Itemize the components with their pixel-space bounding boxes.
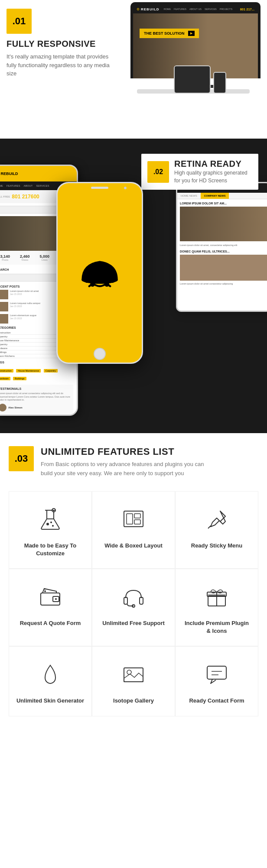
ipad-testimonial-avatar [0, 404, 7, 411]
layout-svg [120, 507, 147, 533]
stat-num-1: 3,140 [0, 254, 14, 259]
svg-rect-29 [207, 666, 226, 679]
phone-big-screen [58, 183, 142, 363]
tr-post-title: LOREM IPSUM DOLOR SIT AM... [180, 202, 267, 205]
phone-speaker [91, 187, 108, 189]
feature-label-plugin: Include Premium Plugin & Icons [182, 619, 251, 635]
svg-rect-16 [41, 593, 60, 605]
gift-icon [202, 582, 232, 612]
section2-retina: .02 RETINA READY High quality graphics g… [0, 139, 267, 433]
feature-item-customize: Made to be Easy To Customize [9, 491, 92, 569]
ipad-testimonial-author-row: Alex Simon [0, 404, 71, 411]
section3-header: .03 UNLIMITED FEATURES LIST From Basic o… [9, 446, 258, 478]
tablet-screen [175, 66, 210, 93]
section1-fully-responsive: .01 FULLY RESPONSIVE It's really amazing… [0, 0, 267, 139]
svg-point-8 [52, 525, 54, 527]
ipad-testimonials-title: TESTIMONIALS [0, 387, 71, 390]
nav-projects: PROJECTS [220, 8, 232, 10]
feature-item-plugin: Include Premium Plugin & Icons [175, 569, 258, 646]
retina-title: RETINA READY [174, 159, 252, 169]
ipad-tag-2: House Maintenance [16, 369, 41, 372]
rebuild-logo: ⚙ REBUILD [137, 7, 160, 11]
svg-rect-1 [85, 279, 114, 283]
svg-point-18 [55, 598, 57, 600]
helmet-icon [76, 249, 124, 297]
retina-info: .02 RETINA READY High quality graphics g… [141, 154, 258, 190]
features-grid: Made to be Easy To Customize Wide & Boxe… [9, 491, 258, 716]
wallet-icon [35, 582, 65, 612]
phone-home-button[interactable] [94, 348, 106, 360]
section1-description: It's really amazing template that provid… [7, 52, 115, 78]
feature-item-menu: Ready Sticky Menu [175, 491, 258, 569]
section1-text-block: .01 FULLY RESPONSIVE It's really amazing… [7, 9, 115, 78]
feature-item-support: Unlimited Free Support [92, 569, 175, 646]
stat-num-3: 5,000 [36, 254, 54, 259]
ipad-tag-1: Construction [0, 369, 13, 372]
tr-section2-title: DONEC QUAM FELIS, ULTRICES... [180, 250, 267, 253]
feature-label-skin: Unlimited Skin Generator [16, 697, 84, 705]
feature-item-contact: Ready Contact Form [175, 646, 258, 716]
section3-title: UNLIMITED FEATURES LIST [41, 446, 214, 457]
ipad-testimonial: TESTIMONIALS Lorem ipsum dolor sit amet … [0, 385, 73, 414]
stat-label-3: Likes [36, 259, 54, 261]
feature-label-menu: Ready Sticky Menu [191, 542, 243, 550]
svg-rect-14 [134, 520, 140, 524]
section3-header-text: UNLIMITED FEATURES LIST From Basic optio… [41, 446, 214, 478]
nav-services: SERVICES [205, 8, 217, 10]
phone-big-device [56, 182, 143, 364]
tr-tab-home-news[interactable]: HOME NEWS [177, 193, 201, 199]
ipad-tag-5: Buildings [13, 377, 26, 380]
monitor-area: ⚙ REBUILD HOME FEATURES ABOUT US SERVICE… [113, 2, 267, 94]
ipad-logo: ⚙ REBUILD [0, 172, 18, 176]
ipad-post-date-1: Jan 15 2015 [10, 293, 39, 295]
tr-post-body2: Lorem ipsum dolor sit amet consectetur a… [180, 282, 267, 286]
tr-post-img [180, 207, 267, 241]
feature-label-contact: Ready Contact Form [189, 697, 244, 705]
ipad-testimonial-author-name: Alex Simon [8, 406, 23, 409]
rebuild-name: REBUILD [141, 7, 160, 11]
gift-svg [204, 584, 230, 610]
retina-badge-row: .02 RETINA READY High quality graphics g… [147, 159, 252, 185]
layout-icon [118, 505, 149, 535]
section3-features: .03 UNLIMITED FEATURES LIST From Basic o… [0, 433, 267, 721]
tr-img2 [180, 255, 267, 281]
retina-text: RETINA READY High quality graphics gener… [174, 159, 252, 185]
drop-icon [35, 660, 65, 690]
badge-03: .03 [9, 446, 34, 471]
stat-label-1: Posts [0, 259, 14, 261]
mobile-screen [214, 73, 225, 93]
chat-svg [204, 662, 230, 688]
ipad-post-date-2: Jan 15 2015 [10, 305, 40, 308]
svg-rect-12 [127, 514, 133, 524]
ipad-testimonial-text: Lorem ipsum dolor sit amet consectetur a… [0, 392, 71, 402]
nav-home: HOME [164, 8, 171, 10]
tr-img-overlay [180, 207, 267, 241]
feature-label-customize: Made to be Easy To Customize [16, 542, 85, 557]
pin-icon [202, 505, 232, 535]
svg-point-19 [44, 590, 46, 592]
ipad-tag-3: Carpentry [44, 369, 58, 372]
tablet-device [174, 65, 211, 94]
image-icon [118, 660, 149, 690]
hero-banner-btn[interactable]: ▶ [188, 31, 195, 36]
ipad-nav-services: SERVICES [36, 185, 49, 187]
ipad-header: ⚙ REBUILD [0, 166, 77, 181]
hero-banner: THE BEST SOLUTION ▶ [140, 29, 199, 38]
phone-camera [124, 187, 127, 189]
feature-item-quote: Request A Quote Form [9, 569, 92, 646]
ipad-tags: TAGS Construction House Maintenance Carp… [0, 361, 73, 381]
retina-description: High quality graphics generated for you … [174, 169, 252, 185]
svg-line-15 [208, 526, 211, 528]
feature-label-gallery: Isotope Gallery [113, 697, 154, 705]
chat-icon [202, 660, 232, 690]
svg-point-28 [127, 670, 131, 674]
monitor-nav-items: HOME FEATURES ABOUT US SERVICES PROJECTS [164, 8, 233, 10]
ipad-post-img-1 [0, 290, 8, 299]
feature-item-gallery: Isotope Gallery [92, 646, 175, 716]
tr-tab-company-news[interactable]: COMPANY NEWS [201, 193, 229, 199]
ipad-post-date-3: Jan 15 2015 [10, 317, 36, 320]
mobile-device [213, 72, 226, 94]
svg-rect-20 [124, 597, 127, 604]
ipad-post-info-3: Lorem elementum augue Jan 15 2015 [10, 314, 36, 320]
badge-02: .02 [147, 161, 169, 183]
